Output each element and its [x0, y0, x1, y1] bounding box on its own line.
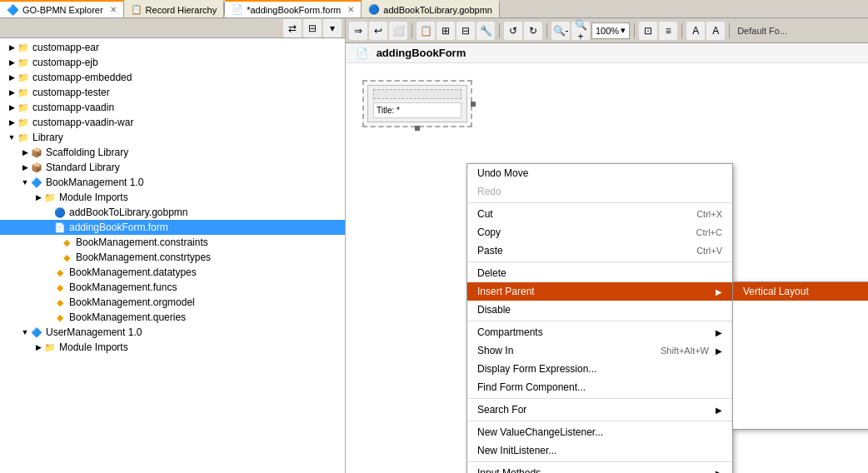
zoom-dropdown-icon[interactable]: ▾ — [621, 25, 626, 36]
toolbar-btn-align[interactable]: ≡ — [659, 22, 677, 40]
toolbar-btn-zoom-out[interactable]: 🔍- — [551, 22, 570, 40]
tree-item-book-management[interactable]: ▼ 🔷 BookManagement 1.0 — [0, 175, 345, 190]
left-panel-toolbar: ⇄ ⊟ ▾ — [0, 18, 345, 38]
collapse-button[interactable]: ⊟ — [303, 19, 322, 37]
toolbar-btn-font[interactable]: A — [686, 22, 705, 40]
toolbar-btn-1[interactable]: ⇒ — [349, 22, 367, 40]
tree-item-bm-funcs[interactable]: ◆ BookManagement.funcs — [0, 280, 345, 295]
ctx-new-init-listener[interactable]: New InitListener... — [467, 441, 732, 460]
label-customapp-vaadin-war: customapp-vaadin-war — [32, 117, 133, 128]
ctx-display-form-expression[interactable]: Display Form Expression... — [467, 360, 732, 378]
tree-item-bm-constrtypes[interactable]: ◆ BookManagement.constrtypes — [0, 250, 345, 265]
toolbar-btn-font2[interactable]: A — [706, 22, 725, 40]
ctx-sub-form-layout[interactable]: Form Layout — [733, 319, 868, 337]
resize-handle-right[interactable] — [471, 102, 476, 107]
ctx-sub-horizontal-layout[interactable]: Horizontal Layout — [733, 301, 868, 319]
tree-item-scaffolding-library[interactable]: ▶ 📦 Scaffolding Library — [0, 145, 345, 160]
ctx-sub-popup[interactable]: Popup — [733, 356, 868, 374]
toolbar-btn-fit[interactable]: ⊡ — [639, 22, 657, 40]
tree-item-customapp-embedded[interactable]: ▶ 📁 customapp-embedded — [0, 70, 345, 85]
toolbar-btn-undo[interactable]: ↺ — [504, 22, 522, 40]
ctx-sub-view-model[interactable]: View Model — [733, 411, 868, 429]
toolbar-btn-zoom-in[interactable]: 🔍+ — [571, 22, 590, 40]
toggle-library[interactable]: ▼ — [7, 132, 17, 142]
resize-handle-bottom[interactable] — [415, 126, 420, 131]
ctx-redo: Redo — [467, 182, 732, 201]
ctx-search-for-label: Search For — [477, 404, 526, 416]
icon-bm-orgmodel: ◆ — [53, 296, 67, 309]
sync-button[interactable]: ⇄ — [283, 19, 302, 37]
ctx-undo-move[interactable]: Undo Move — [467, 164, 732, 182]
ctx-sub-vertical-layout[interactable]: Vertical Layout — [733, 282, 868, 301]
toolbar-btn-7[interactable]: 🔧 — [476, 22, 495, 40]
tree-item-customapp-vaadin[interactable]: ▶ 📁 customapp-vaadin — [0, 100, 345, 115]
toggle-customapp-tester[interactable]: ▶ — [7, 87, 17, 97]
tree-item-bm-constraints[interactable]: ◆ BookManagement.constraints — [0, 235, 345, 250]
toggle-customapp-vaadin[interactable]: ▶ — [7, 102, 17, 112]
ctx-cut[interactable]: Cut Ctrl+X — [467, 205, 732, 223]
toggle-scaffolding-library[interactable]: ▶ — [20, 147, 30, 157]
label-customapp-ear: customapp-ear — [32, 42, 99, 53]
toggle-module-imports[interactable]: ▶ — [33, 192, 43, 202]
ctx-find-form-component[interactable]: Find Form Component... — [467, 378, 732, 396]
toolbar-btn-redo[interactable]: ↻ — [524, 22, 542, 40]
ctx-show-in-label: Show In — [477, 345, 513, 356]
ctx-copy[interactable]: Copy Ctrl+C — [467, 223, 732, 241]
toggle-customapp-ejb[interactable]: ▶ — [7, 57, 17, 67]
tab-adding-book-form-close[interactable]: ✕ — [347, 5, 354, 14]
ctx-sub-container[interactable]: Container — [733, 392, 868, 411]
tree-item-bm-queries[interactable]: ◆ BookManagement.queries — [0, 310, 345, 325]
ctx-paste[interactable]: Paste Ctrl+V — [467, 241, 732, 260]
ctx-disable-label: Disable — [477, 304, 511, 316]
tab-add-book-to-library[interactable]: 🔵 addBookToLibrary.gobpmn — [362, 0, 500, 17]
more-button[interactable]: ▾ — [323, 19, 342, 37]
ctx-search-for[interactable]: Search For ▶ — [467, 401, 732, 419]
tree-item-customapp-vaadin-war[interactable]: ▶ 📁 customapp-vaadin-war — [0, 115, 345, 130]
tree-item-add-book-to-library-file[interactable]: 🔵 addBookToLibrary.gobpmn — [0, 205, 345, 220]
toggle-standard-library[interactable]: ▶ — [20, 162, 30, 172]
tree-item-module-imports[interactable]: ▶ 📁 Module Imports — [0, 190, 345, 205]
toggle-customapp-embedded[interactable]: ▶ — [7, 72, 17, 82]
ctx-sub-conditional[interactable]: Conditional — [733, 374, 868, 392]
toggle-module-imports-2[interactable]: ▶ — [33, 342, 43, 352]
toolbar-btn-5[interactable]: ⊞ — [436, 22, 455, 40]
right-panel: ⇒ ↩ ⬜ 📋 ⊞ ⊟ 🔧 ↺ ↻ 🔍- 🔍+ 100% ▾ ⊡ ≡ A A — [346, 18, 868, 473]
editor-content: Title: * Undo Move Redo — [346, 63, 868, 473]
toggle-user-management[interactable]: ▼ — [20, 327, 30, 337]
tree-item-standard-library[interactable]: ▶ 📦 Standard Library — [0, 160, 345, 175]
tree-item-bm-datatypes[interactable]: ◆ BookManagement.datatypes — [0, 265, 345, 280]
ctx-compartments[interactable]: Compartments ▶ — [467, 323, 732, 341]
toolbar-btn-3[interactable]: ⬜ — [389, 22, 407, 40]
tab-go-bpmn-explorer[interactable]: 🔷 GO-BPMN Explorer ✕ — [0, 0, 124, 17]
tab-go-bpmn-close[interactable]: ✕ — [110, 5, 117, 14]
ctx-input-methods[interactable]: Input Methods ▶ — [467, 464, 732, 473]
tree-item-bm-orgmodel[interactable]: ◆ BookManagement.orgmodel — [0, 295, 345, 310]
toggle-customapp-ear[interactable]: ▶ — [7, 42, 17, 52]
form-inner[interactable]: Title: * — [367, 85, 467, 122]
form-title-field[interactable]: Title: * — [373, 102, 461, 118]
toolbar-btn-6[interactable]: ⊟ — [456, 22, 475, 40]
ctx-delete[interactable]: Delete — [467, 264, 732, 282]
tree-item-customapp-ejb[interactable]: ▶ 📁 customapp-ejb — [0, 55, 345, 70]
separator-2 — [499, 23, 500, 38]
tree-item-user-management[interactable]: ▼ 🔷 UserManagement 1.0 — [0, 325, 345, 340]
toggle-customapp-vaadin-war[interactable]: ▶ — [7, 117, 17, 127]
tree-item-customapp-ear[interactable]: ▶ 📁 customapp-ear — [0, 40, 345, 55]
tab-record-hierarchy[interactable]: 📋 Record Hierarchy — [124, 0, 225, 17]
left-panel: ⇄ ⊟ ▾ ▶ 📁 customapp-ear ▶ 📁 customapp-ej… — [0, 18, 346, 473]
ctx-show-in[interactable]: Show In Shift+Alt+W ▶ — [467, 341, 732, 360]
folder-icon-customapp-ejb: 📁 — [17, 56, 30, 69]
ctx-insert-parent[interactable]: Insert Parent ▶ Vertical Layout Horizont… — [467, 282, 732, 301]
tree-item-adding-book-form-file[interactable]: 📄 addingBookForm.form — [0, 220, 345, 235]
tab-adding-book-form[interactable]: 📄 *addingBookForm.form ✕ — [225, 0, 362, 17]
tree-item-module-imports-2[interactable]: ▶ 📁 Module Imports — [0, 340, 345, 355]
toolbar-btn-4[interactable]: 📋 — [417, 22, 435, 40]
tree-area: ▶ 📁 customapp-ear ▶ 📁 customapp-ejb ▶ 📁 … — [0, 38, 345, 473]
toolbar-btn-2[interactable]: ↩ — [369, 22, 387, 40]
ctx-sub-panel[interactable]: Panel — [733, 337, 868, 356]
tree-item-customapp-tester[interactable]: ▶ 📁 customapp-tester — [0, 85, 345, 100]
ctx-new-value-change-listener[interactable]: New ValueChangeListener... — [467, 423, 732, 441]
tree-item-library[interactable]: ▼ 📁 Library — [0, 130, 345, 145]
ctx-disable[interactable]: Disable — [467, 301, 732, 319]
toggle-book-management[interactable]: ▼ — [20, 177, 30, 187]
